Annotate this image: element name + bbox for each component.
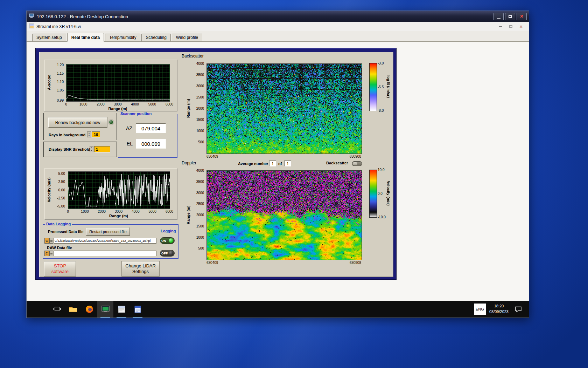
doppler-y-ticks: 4000350030002500200015001000500 — [190, 170, 205, 259]
el-value-field[interactable]: 000.099 — [136, 139, 166, 149]
app-minimize-icon[interactable] — [499, 26, 502, 27]
ascope-x-axis-label: Range (m) — [66, 107, 169, 111]
tick-label: 1000 — [79, 102, 87, 106]
tick-label: 1.10 — [57, 80, 64, 84]
notes-taskbar-icon[interactable] — [130, 301, 146, 318]
app-close-icon[interactable]: × — [519, 24, 523, 29]
background-led[interactable] — [108, 120, 114, 125]
doppler-heatmap — [206, 170, 362, 260]
tab-scheduling[interactable]: Scheduling — [141, 34, 170, 41]
average-of-label: of — [278, 162, 282, 166]
spinner-down-icon[interactable]: ▼ — [90, 149, 93, 152]
average-number-field[interactable]: 1 — [269, 161, 276, 166]
el-label: EL — [127, 141, 133, 146]
taskbar-clock[interactable]: 18:20 03/09/2023 — [489, 304, 509, 315]
snr-spinner[interactable]: ▲▼ — [90, 146, 93, 152]
streamline-taskbar-icon[interactable] — [97, 301, 113, 318]
rays-value-field[interactable]: 10 — [92, 131, 100, 137]
raw-path-drive-icon[interactable]: C — [44, 251, 49, 256]
app-body: A-scope 1.201.151.101.050.99 01000200030… — [27, 42, 529, 301]
toggle-knob-icon — [169, 238, 173, 243]
tick-label: 10.0 — [378, 168, 384, 172]
tick-label: -5.5 — [378, 85, 384, 89]
spinner-down-icon[interactable]: ▼ — [88, 135, 91, 137]
rdp-minimize-button[interactable] — [493, 13, 504, 20]
rays-spinner[interactable]: ▲▼ — [87, 131, 91, 137]
main-panel: A-scope 1.201.151.101.050.99 01000200030… — [35, 48, 397, 280]
velocity-plot — [68, 171, 170, 209]
tick-label: 6000 — [166, 210, 173, 213]
rdp-window: 192.168.0.122 - Remote Desktop Connectio… — [26, 11, 529, 318]
spinner-up-icon[interactable]: ▲ — [88, 132, 91, 135]
tick-label: -3.0 — [378, 61, 384, 65]
tab-real-time-data[interactable]: Real time data — [67, 33, 104, 42]
processed-path-field[interactable]: C:\Lidar\Data\Proc\2023\202309\20230903\… — [54, 238, 156, 244]
ascope-graph-box: A-scope 1.201.151.101.050.99 01000200030… — [44, 60, 177, 111]
language-indicator[interactable]: ENG — [474, 304, 486, 315]
backscatter-y-ticks: 4000350030002500200015001000500 — [190, 63, 205, 153]
change-lidar-settings-button[interactable]: Change LiDAR Settings — [122, 261, 159, 276]
backscatter-display-toggle[interactable] — [352, 161, 362, 166]
toggle-off-label: OFF — [161, 252, 168, 255]
tick-label: 1.15 — [57, 71, 64, 75]
tick-label: 1500 — [196, 118, 204, 122]
file-explorer-icon[interactable] — [65, 301, 81, 318]
stop-software-button[interactable]: STOP software — [44, 261, 76, 276]
scanner-position-group: Scanner position AZ 079.004 EL 000.099 — [118, 114, 177, 158]
rdp-maximize-button[interactable] — [505, 13, 515, 20]
logging-on-toggle[interactable]: ON — [160, 237, 175, 244]
data-logging-group: Data Logging Processed Data file Restart… — [43, 224, 178, 259]
app-restore-icon[interactable] — [509, 25, 512, 28]
average-total-field[interactable]: 1 — [284, 161, 291, 166]
renew-background-button[interactable]: Renew background now — [48, 117, 107, 128]
tab-bar: System setup Real time data Temp/humidit… — [27, 31, 529, 42]
front-panel: A-scope 1.201.151.101.050.99 01000200030… — [39, 52, 393, 277]
raw-path-browse-icon[interactable] — [49, 251, 53, 256]
backscatter-y-axis-label: Range (m) — [186, 63, 190, 153]
raw-data-file-label: RAW Data file — [47, 246, 72, 250]
tick-label: 2000 — [97, 102, 104, 106]
tick-label: 2000 — [196, 213, 204, 217]
rdp-titlebar[interactable]: 192.168.0.122 - Remote Desktop Connectio… — [27, 11, 529, 22]
az-label: AZ — [126, 125, 132, 131]
tick-label: 0.0 — [378, 191, 383, 195]
streamline-app-window: StreamLine XR v14-6.vi × System setup Re… — [27, 22, 529, 318]
tick-label: 2500 — [196, 202, 204, 206]
snr-group: Display SNR threshold ▲▼ 1 — [43, 142, 117, 157]
processed-path-browse-icon[interactable] — [49, 238, 53, 244]
backscatter-x-end: 630908 — [340, 155, 361, 158]
tab-wind-profile[interactable]: Wind profile — [172, 34, 202, 41]
tick-label: -2.50 — [57, 196, 65, 200]
tick-label: 0.99 — [57, 98, 64, 102]
snr-threshold-label: Display SNR threshold — [49, 147, 90, 151]
doppler-title: Doppler — [182, 161, 196, 165]
logging-off-toggle[interactable]: OFF — [160, 250, 175, 257]
velocity-x-axis-label: Range (m) — [68, 214, 169, 218]
app-titlebar[interactable]: StreamLine XR v14-6.vi × — [27, 22, 529, 31]
tick-label: 2000 — [98, 210, 106, 213]
tick-label: 0 — [67, 210, 69, 213]
tick-label: 1.05 — [57, 88, 64, 92]
restart-processed-file-button[interactable]: Restart processed file — [86, 227, 130, 236]
az-value-field[interactable]: 079.004 — [136, 123, 166, 133]
firefox-icon[interactable] — [81, 301, 97, 318]
backscatter-heatmap — [206, 63, 362, 154]
ascope-y-ticks: 1.201.151.101.050.99 — [51, 64, 65, 101]
tick-label: 5000 — [149, 210, 156, 213]
scan-scheduler-taskbar-icon[interactable] — [113, 301, 130, 318]
tab-temp-humidity[interactable]: Temp/humidity — [105, 34, 140, 41]
change-button-line1: Change LiDAR — [125, 263, 156, 269]
snr-value-field[interactable]: 1 — [94, 146, 110, 152]
tick-label: 3000 — [114, 102, 121, 106]
tick-label: 3000 — [115, 210, 122, 213]
raw-path-field[interactable] — [54, 251, 156, 256]
tick-label: 2.50 — [58, 180, 65, 184]
action-center-icon[interactable] — [512, 306, 525, 312]
spinner-up-icon[interactable]: ▲ — [90, 146, 93, 149]
rdp-close-button[interactable]: × — [517, 13, 527, 20]
processed-path-drive-icon[interactable]: C — [44, 238, 49, 244]
tab-system-setup[interactable]: System setup — [32, 34, 66, 41]
task-view-icon[interactable] — [49, 301, 65, 318]
velocity-y-ticks: 5.002.500.00-2.50-5.00 — [52, 171, 66, 208]
tick-label: 500 — [198, 246, 204, 250]
